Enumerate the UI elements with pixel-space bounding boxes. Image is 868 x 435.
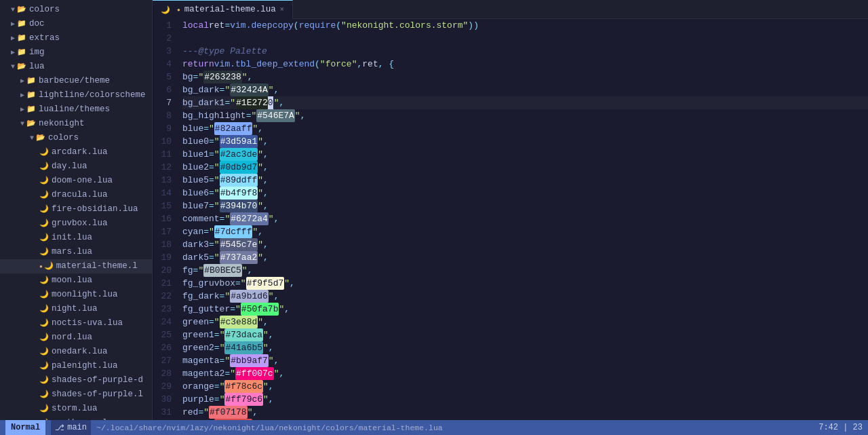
sidebar-label-night: night.lua [52,303,98,316]
lua-file-icon-palenight: 🌙 [39,360,49,373]
line-number-4: 4 [155,58,172,71]
line-number-19: 19 [155,251,172,264]
sidebar-label-storm: storm.lua [52,402,98,415]
sidebar-item-night[interactable]: 🌙 night.lua [0,302,152,316]
sidebar-item-day[interactable]: 🌙 day.lua [0,159,152,174]
arrow-img: ▶ [11,46,15,59]
status-path: ~/.local/share/nvim/lazy/nekonight/lua/n… [96,423,443,432]
sidebar-item-noctis-uva[interactable]: 🌙 noctis-uva.lua [0,316,152,330]
sidebar-item-doc[interactable]: ▶ 📁 doc [0,17,152,31]
sidebar-item-shades-l[interactable]: 🌙 shades-of-purple.l [0,387,152,402]
arrow-barbecue: ▶ [20,75,24,88]
lua-file-icon-onedark: 🌙 [39,345,49,358]
lua-file-icon-nord: 🌙 [39,331,49,344]
sidebar-item-barbecue-theme[interactable]: ▶ 📁 barbecue/theme [0,74,152,88]
lua-file-icon-init: 🌙 [39,231,49,244]
lua-file-icon-moonlight: 🌙 [39,288,49,301]
sidebar-item-moonlight[interactable]: 🌙 moonlight.lua [0,288,152,302]
lua-file-icon-noctis: 🌙 [39,317,49,330]
lua-file-icon-mars: 🌙 [39,246,49,259]
sidebar-item-lua[interactable]: ▼ 📂 lua [0,60,152,74]
line-number-29: 29 [155,380,172,393]
sidebar-label-day: day.lua [52,160,87,173]
sidebar-label-lua: lua [29,60,45,73]
editor-area: 🌙 ● material-theme.lua × 123456789101112… [153,0,868,420]
sidebar-label-img: img [29,46,45,59]
status-bar: Normal ⎇ main ~/.local/share/nvim/lazy/n… [0,420,868,435]
sidebar-item-extras[interactable]: ▶ 📁 extras [0,31,152,45]
sidebar-item-img[interactable]: ▶ 📁 img [0,45,152,60]
sidebar-item-palenight[interactable]: 🌙 palenight.lua [0,359,152,373]
line-number-10: 10 [155,135,172,148]
line-numbers: 1234567891011121314151617181920212223242… [153,19,177,420]
lua-file-icon-gruvbox: 🌙 [39,217,49,230]
code-line-31: red = "#f07178", [182,406,868,419]
sidebar-label-moon: moon.lua [52,274,92,287]
sidebar-item-shades-d[interactable]: 🌙 shades-of-purple-d [0,373,152,387]
sidebar-item-nord[interactable]: 🌙 nord.lua [0,330,152,345]
line-number-9: 9 [155,122,172,135]
sidebar-item-init[interactable]: 🌙 init.lua [0,231,152,245]
arrow-lightline: ▶ [20,89,24,102]
file-tree-sidebar: ▼ 📂 colors ▶ 📁 doc ▶ 📁 extras ▶ 📁 img ▼ … [0,0,153,420]
code-line-22: fg_dark = "#a9b1d6", [182,290,868,303]
code-line-20: fg = "#B0BEC5", [182,264,868,277]
folder-open-icon-colors-sub: 📂 [36,132,45,145]
line-number-8: 8 [155,109,172,122]
folder-closed-icon-lightline: 📁 [26,89,36,102]
sidebar-item-dracula[interactable]: 🌙 dracula.lua [0,188,152,202]
folder-open-icon-nekonight: 📂 [26,117,36,130]
sidebar-label-shades-d: shades-of-purple-d [52,374,143,387]
line-number-18: 18 [155,238,172,251]
sidebar-label-doom-one: doom-one.lua [52,174,113,187]
code-area[interactable]: local ret = vim.deepcopy(require("nekoni… [177,19,868,420]
tab-close-button[interactable]: × [280,6,284,14]
sidebar-item-fire-obsidian[interactable]: 🌙 fire-obsidian.lua [0,202,152,216]
sidebar-item-colors-sub[interactable]: ▼ 📂 colors [0,131,152,145]
sidebar-item-lightline[interactable]: ▶ 📁 lightline/colorscheme [0,88,152,102]
sidebar-label-arcdark: arcdark.lua [52,146,108,159]
active-tab[interactable]: 🌙 ● material-theme.lua × [153,0,293,19]
status-position: 7:42 | 23 [818,423,863,432]
sidebar-item-mars[interactable]: 🌙 mars.lua [0,245,152,259]
code-line-17: cyan = "#7dcfff", [182,225,868,238]
line-number-13: 13 [155,174,172,187]
line-number-20: 20 [155,264,172,277]
line-number-25: 25 [155,328,172,341]
code-line-24: green = "#c3e88d", [182,316,868,328]
modified-indicator: ● [39,260,43,273]
folder-closed-icon-lualine: 📁 [26,103,36,116]
line-number-23: 23 [155,303,172,316]
sidebar-item-onedark[interactable]: 🌙 onedark.lua [0,345,152,359]
code-line-10: blue0 = "#3d59a1", [182,135,868,148]
sidebar-item-moon[interactable]: 🌙 moon.lua [0,273,152,288]
line-number-5: 5 [155,71,172,83]
sidebar-item-storm[interactable]: 🌙 storm.lua [0,402,152,416]
code-line-14: blue6 = "#b4f9f8", [182,187,868,200]
code-line-7: bg_dark1 = "#1E2720", [182,96,868,109]
sidebar-label-material-theme: material-theme.l [56,260,138,273]
sidebar-item-doom-one[interactable]: 🌙 doom-one.lua [0,174,152,188]
editor-content: 1234567891011121314151617181920212223242… [153,19,868,420]
sidebar-item-gruvbox[interactable]: 🌙 gruvbox.lua [0,216,152,231]
lua-file-icon-shades-l: 🌙 [39,388,49,401]
arrow-lualine: ▶ [20,103,24,116]
tab-file-icon: 🌙 [161,5,170,14]
sidebar-label-fire-obsidian: fire-obsidian.lua [52,203,138,216]
sidebar-item-lualine[interactable]: ▶ 📁 lualine/themes [0,102,152,117]
sidebar-item-arcdark[interactable]: 🌙 arcdark.lua [0,145,152,159]
sidebar-item-colors[interactable]: ▼ 📂 colors [0,3,152,17]
status-left: Normal ⎇ main ~/.local/share/nvim/lazy/n… [5,420,443,435]
line-number-12: 12 [155,161,172,174]
code-line-12: blue2 = "#0db9d7", [182,161,868,174]
sidebar-item-nekonight[interactable]: ▼ 📂 nekonight [0,117,152,131]
lua-file-icon-dracula: 🌙 [39,189,49,202]
sidebar-item-material-theme[interactable]: ● 🌙 material-theme.l [0,259,152,273]
code-line-26: green2 = "#41a6b5", [182,341,868,354]
line-number-3: 3 [155,45,172,58]
sidebar-label-colors-sub: colors [48,132,79,145]
code-line-4: return vim.tbl_deep_extend("force", ret,… [182,58,868,71]
line-number-15: 15 [155,200,172,212]
folder-closed-icon: 📁 [17,18,26,31]
folder-closed-icon-img: 📁 [17,46,26,59]
